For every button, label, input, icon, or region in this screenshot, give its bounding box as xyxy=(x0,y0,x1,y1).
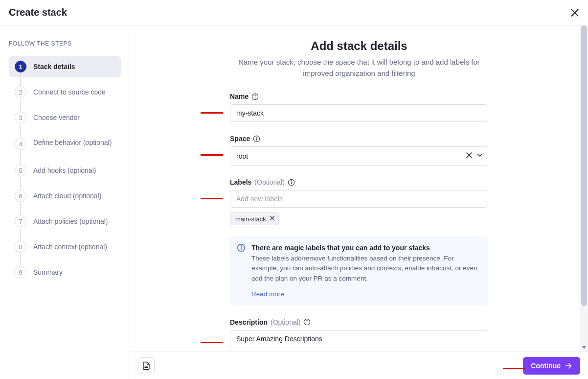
step-number: 8 xyxy=(15,241,26,253)
info-icon[interactable] xyxy=(251,93,259,100)
dialog-footer: Continue xyxy=(130,352,588,379)
step-number: 5 xyxy=(15,165,26,176)
steps-sidebar: FOLLOW THE STEPS 1 Stack details 2 Conne… xyxy=(0,25,130,379)
svg-point-7 xyxy=(256,137,257,137)
scroll-down-icon[interactable] xyxy=(580,344,588,352)
chip-text: main-stack xyxy=(235,215,266,223)
dialog-header: Create stack xyxy=(0,0,588,25)
space-label: Space xyxy=(230,135,250,142)
page-subtitle: Name your stack, choose the space that i… xyxy=(227,57,491,79)
step-number: 2 xyxy=(15,86,26,98)
document-icon-button[interactable] xyxy=(138,357,155,374)
svg-point-12 xyxy=(291,180,292,181)
step-label: Attach policies (optional) xyxy=(33,217,108,226)
labels-label: Labels xyxy=(230,178,251,186)
field-description: Description (Optional) xyxy=(230,318,488,352)
annotation-mark xyxy=(201,154,223,156)
labels-input-wrap[interactable] xyxy=(230,190,488,208)
name-input[interactable] xyxy=(230,104,488,122)
infobox-title: There are magic labels that you can add … xyxy=(251,244,479,252)
step-attach-context[interactable]: 8 Attach context (optional) xyxy=(9,236,121,258)
step-number: 1 xyxy=(15,61,26,72)
step-number: 7 xyxy=(15,215,26,227)
field-labels: Labels (Optional) main-stack xyxy=(230,178,488,306)
close-icon[interactable] xyxy=(570,8,579,17)
step-attach-policies[interactable]: 7 Attach policies (optional) xyxy=(9,211,121,232)
annotation-mark xyxy=(201,342,223,343)
step-number: 9 xyxy=(15,266,26,278)
info-icon xyxy=(237,243,246,254)
step-label: Attach context (optional) xyxy=(33,242,107,252)
main-scroll[interactable]: Add stack details Name your stack, choos… xyxy=(130,25,588,352)
steps-list: 1 Stack details 2 Connect to source code… xyxy=(9,56,121,283)
infobox-text: These labels add/remove functionalities … xyxy=(251,254,479,284)
field-name: Name xyxy=(230,93,488,122)
step-label: Attach cloud (optional) xyxy=(33,191,101,201)
step-define-behavior[interactable]: 4 Define behavior (optional) xyxy=(9,132,121,156)
scrollbar-thumb[interactable] xyxy=(581,25,587,306)
step-label: Connect to source code xyxy=(33,88,106,97)
description-textarea[interactable] xyxy=(230,330,488,352)
scrollbar[interactable] xyxy=(580,25,588,352)
info-icon[interactable] xyxy=(253,135,260,142)
step-label: Choose vendor xyxy=(33,113,80,122)
annotation-mark xyxy=(201,198,223,199)
chip-remove-icon[interactable] xyxy=(269,215,275,223)
step-add-hooks[interactable]: 5 Add hooks (optional) xyxy=(9,160,121,181)
step-number: 6 xyxy=(15,190,26,202)
space-select[interactable]: root xyxy=(230,146,488,166)
info-box: There are magic labels that you can add … xyxy=(230,236,488,306)
svg-point-4 xyxy=(255,95,255,95)
continue-button[interactable]: Continue xyxy=(523,357,580,375)
step-label: Stack details xyxy=(33,62,75,71)
step-number: 3 xyxy=(15,112,26,123)
continue-label: Continue xyxy=(531,362,561,370)
optional-tag: (Optional) xyxy=(254,178,284,186)
optional-tag: (Optional) xyxy=(271,318,300,326)
main-area: Add stack details Name your stack, choos… xyxy=(130,25,588,379)
step-connect-source[interactable]: 2 Connect to source code xyxy=(9,81,121,103)
step-summary[interactable]: 9 Summary xyxy=(9,261,121,283)
step-label: Add hooks (optional) xyxy=(33,166,96,175)
info-icon[interactable] xyxy=(288,179,295,186)
step-number: 4 xyxy=(15,138,26,150)
annotation-mark xyxy=(503,368,525,370)
step-attach-cloud[interactable]: 6 Attach cloud (optional) xyxy=(9,185,121,207)
description-label: Description xyxy=(230,318,268,326)
step-label: Define behavior (optional) xyxy=(33,138,112,147)
step-choose-vendor[interactable]: 3 Choose vendor xyxy=(9,107,121,128)
page-title: Add stack details xyxy=(181,39,537,53)
svg-point-20 xyxy=(307,320,307,321)
step-label: Summary xyxy=(33,268,63,277)
dialog-title: Create stack xyxy=(9,7,67,18)
name-label: Name xyxy=(230,93,249,100)
info-icon[interactable] xyxy=(303,318,311,326)
labels-input[interactable] xyxy=(230,190,488,207)
label-chip: main-stack xyxy=(230,213,279,225)
labels-chips: main-stack xyxy=(230,213,488,225)
annotation-mark xyxy=(201,112,223,114)
field-space: Space root xyxy=(230,135,488,166)
svg-marker-22 xyxy=(582,346,586,349)
space-value: root xyxy=(236,152,461,160)
svg-point-17 xyxy=(241,246,241,246)
clear-icon[interactable] xyxy=(465,151,473,161)
read-more-link[interactable]: Read more xyxy=(251,290,284,298)
step-stack-details[interactable]: 1 Stack details xyxy=(9,56,121,77)
sidebar-heading: FOLLOW THE STEPS xyxy=(9,40,121,47)
chevron-down-icon[interactable] xyxy=(476,151,484,161)
